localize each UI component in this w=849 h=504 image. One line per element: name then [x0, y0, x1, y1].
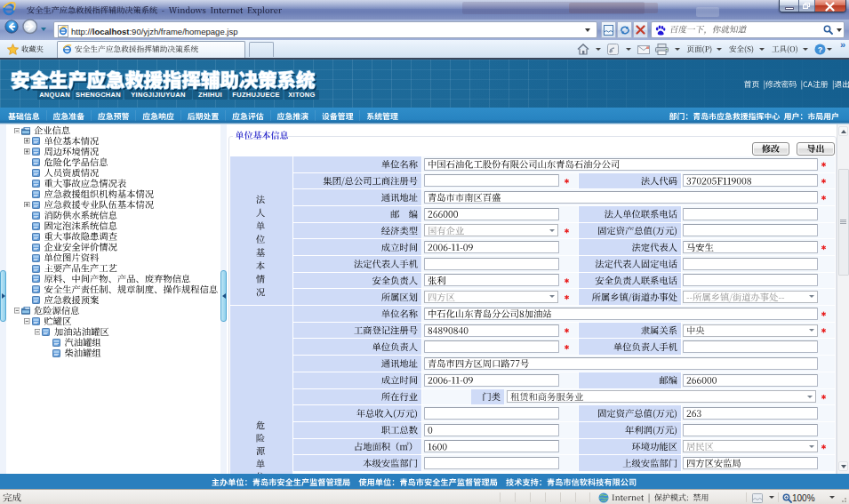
- svg-text:?: ?: [818, 45, 823, 54]
